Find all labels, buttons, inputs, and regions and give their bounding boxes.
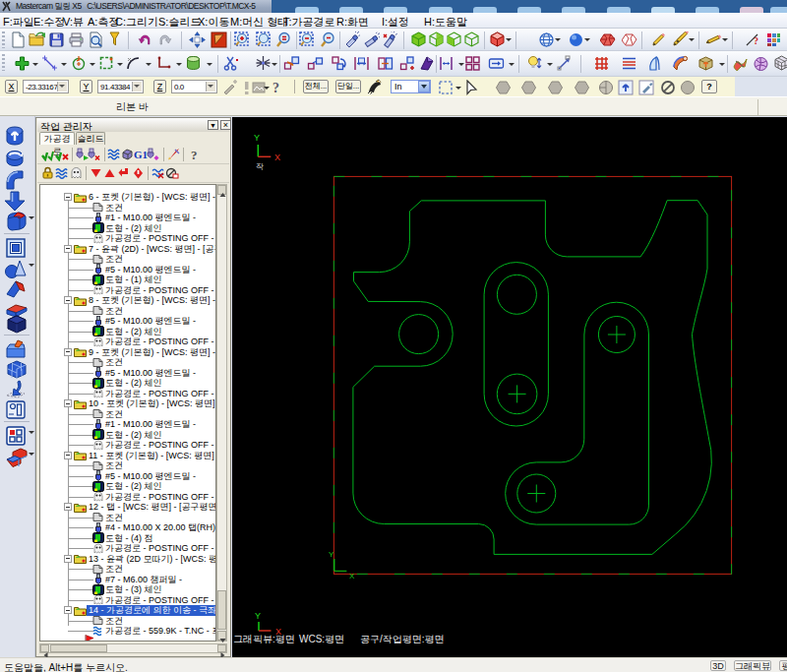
svg-text:G1: G1 [134, 149, 148, 160]
svg-text:공구/작업평면:평면: 공구/작업평면:평면 [360, 634, 445, 644]
svg-text:X: X [274, 153, 280, 162]
svg-text:그래픽뷰:평면: 그래픽뷰:평면 [233, 634, 295, 644]
svg-text:X: X [349, 572, 355, 580]
svg-text:Y: Y [255, 611, 261, 621]
svg-text:?: ? [191, 148, 198, 161]
svg-text:WCS:평면: WCS:평면 [299, 634, 344, 644]
svg-text:작: 작 [256, 162, 264, 171]
svg-text:Y: Y [329, 550, 334, 559]
svg-text:?: ? [272, 81, 279, 95]
svg-text:Y: Y [254, 133, 260, 143]
svg-text:?: ? [754, 35, 758, 46]
